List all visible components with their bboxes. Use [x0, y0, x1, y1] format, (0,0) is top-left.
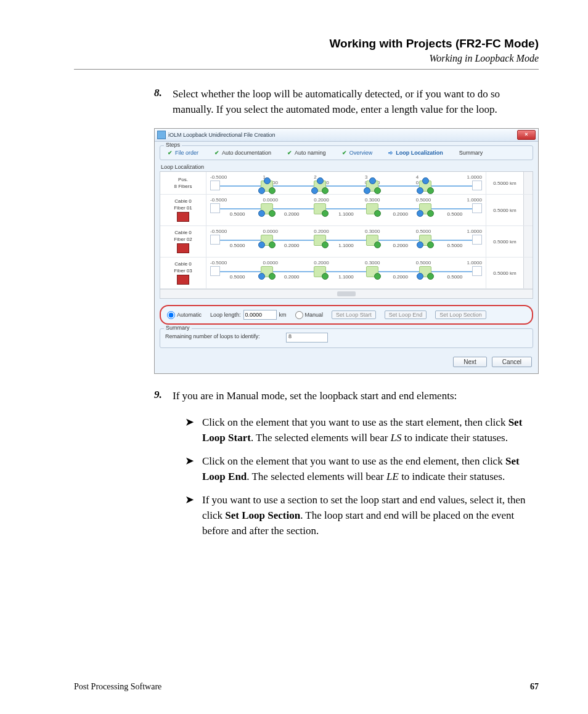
pos-header-cell: Pos. 8 Fibers: [160, 172, 206, 194]
fiber-label: Cable 0 Fiber 01: [160, 195, 206, 225]
radio-manual[interactable]: Manual: [295, 311, 324, 319]
wizard-steps: ✔File order ✔Auto documentation ✔Auto na…: [164, 148, 529, 156]
vscroll[interactable]: [523, 258, 533, 288]
set-loop-start-button[interactable]: Set Loop Start: [332, 310, 376, 319]
info-badge-icon: [317, 177, 324, 184]
badge-a-icon: [364, 187, 370, 194]
bullet-text: If you want to use a section to set the …: [202, 493, 539, 538]
info-badge-icon: [264, 177, 271, 184]
status-led-icon: [177, 212, 189, 222]
badge-a-icon: [417, 187, 423, 194]
loop-mode-controls: Automatic Loop length: km Manual Set Loo…: [160, 305, 533, 325]
bullet-arrow-icon: ➤: [185, 493, 202, 538]
summary-group: Summary Remaining number of loops to ide…: [160, 328, 533, 348]
cancel-button[interactable]: Cancel: [492, 357, 532, 367]
badge-ok-icon: [269, 187, 276, 194]
radio-automatic-input[interactable]: [167, 311, 175, 319]
step-text: Select whether the loop will be automati…: [173, 87, 539, 117]
end-cap-icon[interactable]: [472, 181, 482, 190]
fiber-row-1: Cable 0 Fiber 01 -0.5000 0.0000 0.2000 0…: [160, 195, 533, 226]
fiber-row-2: Cable 0 Fiber 02 -0.5000 0.0000 0.2000 0…: [160, 226, 533, 258]
fiber-lane[interactable]: -0.5000 0.0000 0.2000 0.3000 0.5000 1.00…: [206, 258, 486, 288]
step-summary-tab[interactable]: Summary: [459, 150, 483, 156]
fiber-lane[interactable]: -0.5000 0.0000 0.2000 0.3000 0.5000 1.00…: [206, 226, 486, 257]
section-title: Working in Loopback Mode: [74, 53, 539, 64]
status-led-icon: [177, 275, 189, 285]
info-badge-icon: [422, 177, 429, 184]
step-overview[interactable]: ✔Overview: [342, 150, 373, 156]
event-node[interactable]: [419, 181, 431, 192]
app-icon: [157, 131, 166, 139]
radio-automatic[interactable]: Automatic: [167, 311, 202, 319]
step-auto-naming[interactable]: ✔Auto naming: [287, 150, 326, 156]
fiber-label: Cable 0 Fiber 03: [160, 258, 206, 288]
page-number: 67: [530, 682, 539, 692]
badge-ok-icon: [322, 187, 329, 194]
check-icon: ✔: [342, 150, 347, 156]
loop-length-input[interactable]: [243, 310, 277, 320]
step-9: 9. If you are in Manual mode, set the lo…: [154, 389, 539, 404]
fiber-row-3: Cable 0 Fiber 03 -0.5000 0.0000 0.2000 0…: [160, 258, 533, 289]
vscroll[interactable]: [523, 195, 533, 225]
status-led-icon: [177, 243, 189, 253]
bullet-arrow-icon: ➤: [185, 454, 202, 484]
page-footer: Post Processing Software 67: [74, 682, 539, 692]
dialog-screenshot: iOLM Loopback Unidirectional File Creati…: [154, 128, 539, 374]
set-loop-section-button[interactable]: Set Loop Section: [435, 310, 486, 319]
badge-ok-icon: [427, 187, 434, 194]
fiber-lane[interactable]: -0.5000 0.0000 0.2000 0.3000 0.5000 1.00…: [206, 195, 486, 225]
bullet-1: ➤ Click on the element that you want to …: [185, 415, 539, 445]
step-number: 9.: [154, 389, 173, 404]
step-file-order[interactable]: ✔File order: [168, 150, 198, 156]
event-node[interactable]: [261, 181, 273, 192]
header-rule: [74, 69, 539, 70]
event-node[interactable]: [314, 181, 326, 192]
summary-text: Remaining number of loops to identify:: [165, 333, 260, 339]
bullet-arrow-icon: ➤: [185, 415, 202, 445]
scroll-thumb[interactable]: [337, 291, 356, 296]
dialog-body: Steps ✔File order ✔Auto documentation ✔A…: [155, 142, 538, 373]
bullet-text: Click on the element that you want to us…: [202, 454, 539, 484]
bullet-text: Click on the element that you want to us…: [202, 415, 539, 445]
loop-localization-label: Loop Localization: [161, 164, 533, 170]
bullet-3: ➤ If you want to use a section to set th…: [185, 493, 539, 538]
pos-lane: -0.5000 10.0000 20.2000 30.3000 40.5000 …: [206, 172, 486, 194]
dialog-footer: Next Cancel: [160, 353, 533, 368]
fiber-label: Cable 0 Fiber 02: [160, 226, 206, 257]
step-8: 8. Select whether the loop will be autom…: [154, 87, 539, 117]
summary-group-label: Summary: [164, 325, 192, 331]
loop-length-field: Loop length: km: [210, 310, 287, 320]
badge-a-icon: [258, 187, 265, 194]
loops-remaining-value: 8: [286, 333, 328, 343]
set-loop-end-button[interactable]: Set Loop End: [385, 310, 427, 319]
chapter-title: Working with Projects (FR2-FC Mode): [74, 37, 539, 51]
km-total: 0.5000 km: [486, 226, 523, 257]
arrow-icon: ➪: [388, 150, 393, 156]
fiber-chart: Pos. 8 Fibers -0.5000 10.0000 20.2000 30…: [160, 171, 533, 299]
vscroll[interactable]: [523, 172, 533, 194]
step-number: 8.: [154, 87, 173, 117]
km-total: 0.5000 km: [486, 195, 523, 225]
event-node[interactable]: [366, 181, 378, 192]
check-icon: ✔: [287, 150, 292, 156]
close-button[interactable]: ×: [517, 130, 536, 140]
check-icon: ✔: [168, 150, 173, 156]
footer-product: Post Processing Software: [74, 682, 161, 692]
badge-a-icon: [311, 187, 318, 194]
start-cap-icon[interactable]: [210, 181, 220, 190]
step-text: If you are in Manual mode, set the loopb…: [173, 389, 539, 404]
vscroll[interactable]: [523, 226, 533, 257]
info-badge-icon: [369, 177, 376, 184]
dialog-title: iOLM Loopback Unidirectional File Creati…: [168, 132, 517, 138]
step-loop-localization[interactable]: ➪Loop Localization: [388, 150, 443, 156]
km-total: 0.5000 km: [486, 172, 523, 194]
step-auto-doc[interactable]: ✔Auto documentation: [214, 150, 271, 156]
km-total: 0.5000 km: [486, 258, 523, 288]
position-row: Pos. 8 Fibers -0.5000 10.0000 20.2000 30…: [160, 172, 533, 195]
next-button[interactable]: Next: [453, 357, 487, 367]
radio-manual-input[interactable]: [295, 311, 303, 319]
steps-group: Steps ✔File order ✔Auto documentation ✔A…: [160, 145, 533, 160]
check-icon: ✔: [214, 150, 219, 156]
hscroll[interactable]: [160, 289, 533, 298]
badge-ok-icon: [374, 187, 381, 194]
